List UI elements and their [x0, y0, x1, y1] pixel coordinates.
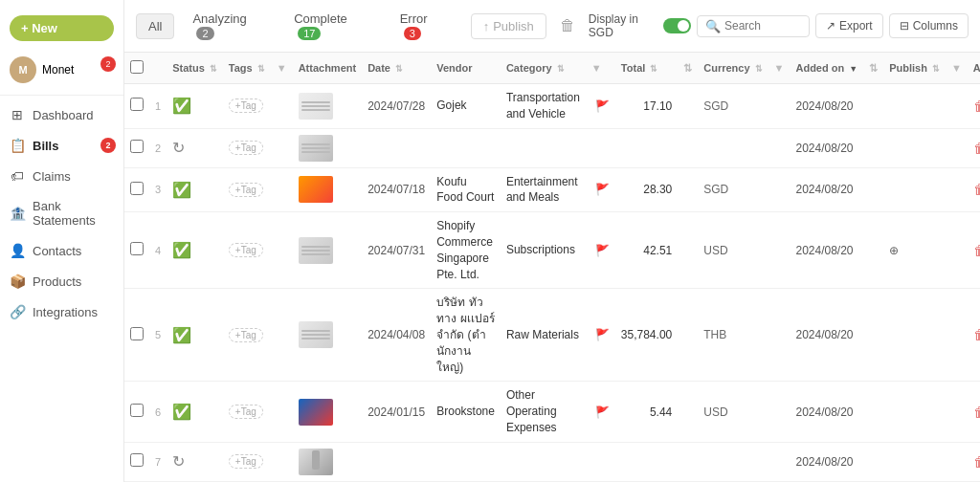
attachment-thumbnail[interactable]	[299, 135, 333, 162]
row-checkbox[interactable]	[130, 140, 144, 153]
row-checkbox[interactable]	[130, 182, 144, 195]
tab-all[interactable]: All	[136, 13, 174, 39]
search-box[interactable]: 🔍	[697, 15, 810, 37]
row-tag[interactable]: +Tag	[223, 442, 271, 481]
sidebar-divider	[0, 95, 123, 96]
tab-complete[interactable]: Complete 17	[281, 6, 382, 46]
category-flag-icon: 🚩	[595, 405, 610, 419]
col-header-publish[interactable]: Publish ⇅	[883, 53, 946, 84]
columns-icon: ⊟	[900, 19, 909, 33]
sidebar-item-bills[interactable]: 📋 Bills 2	[0, 130, 123, 161]
sidebar-item-dashboard[interactable]: ⊞ Dashboard	[0, 99, 123, 130]
bills-badge: 2	[100, 138, 116, 153]
table-row: 4 ✅ +Tag 2024/07/31 Shopify Commerce Sin…	[124, 212, 980, 289]
row-num: 4	[149, 212, 167, 289]
add-tag-button[interactable]: +Tag	[229, 141, 263, 155]
display-label: Display in SGD	[589, 12, 658, 39]
tab-analyzing[interactable]: Analyzing 2	[180, 6, 276, 46]
row-date: 2024/07/31	[362, 212, 431, 289]
row-checkbox[interactable]	[130, 327, 144, 340]
col-header-currency[interactable]: Currency ⇅	[698, 53, 768, 84]
status-spinner-icon: ↻	[172, 453, 185, 470]
tab-error[interactable]: Error 3	[388, 6, 459, 46]
col-header-tags[interactable]: Tags ⇅	[223, 53, 271, 84]
row-tag[interactable]: +Tag	[223, 167, 271, 212]
sgd-toggle[interactable]	[663, 18, 691, 33]
row-checkbox[interactable]	[130, 453, 144, 467]
select-all-checkbox[interactable]	[130, 60, 144, 74]
row-attachment[interactable]	[293, 212, 363, 289]
user-menu[interactable]: M Monet 2	[0, 49, 123, 91]
row-tag[interactable]: +Tag	[223, 382, 271, 442]
sidebar-label-claims: Claims	[33, 169, 71, 184]
delete-row-button[interactable]: 🗑	[973, 141, 980, 156]
delete-row-button[interactable]: 🗑	[973, 182, 980, 197]
attachment-thumbnail[interactable]	[299, 176, 333, 203]
row-currency	[698, 442, 768, 481]
sidebar-item-claims[interactable]: 🏷 Claims	[0, 161, 123, 191]
category-flag-icon: 🚩	[595, 244, 610, 257]
export-icon: ↗	[826, 19, 835, 33]
columns-button[interactable]: ⊟ Columns	[889, 13, 969, 38]
row-attachment[interactable]	[293, 167, 363, 212]
add-tag-button[interactable]: +Tag	[229, 405, 263, 419]
attachment-thumbnail[interactable]	[299, 321, 333, 348]
row-tag[interactable]: +Tag	[223, 289, 271, 382]
row-attachment[interactable]	[293, 289, 363, 382]
attachment-thumbnail[interactable]	[299, 237, 333, 264]
row-date: 2024/07/18	[362, 167, 431, 212]
search-input[interactable]	[724, 19, 801, 33]
col-header-publish-filter[interactable]: ▼	[946, 53, 968, 84]
row-checkbox[interactable]	[130, 404, 144, 417]
col-header-added-on[interactable]: Added on ▼	[790, 53, 863, 84]
row-tag[interactable]: +Tag	[223, 212, 271, 289]
col-header-total-sort[interactable]: ⇅	[678, 53, 698, 84]
delete-row-button[interactable]: 🗑	[973, 405, 980, 420]
add-tag-button[interactable]: +Tag	[229, 99, 263, 113]
attachment-thumbnail[interactable]	[299, 449, 333, 475]
row-vendor: Koufu Food Court	[431, 167, 501, 212]
table-row: 6 ✅ +Tag 2024/01/15 Brookstone Other Ope…	[124, 382, 980, 442]
add-tag-button[interactable]: +Tag	[229, 183, 263, 197]
col-header-total[interactable]: Total ⇅	[615, 53, 678, 84]
row-currency: USD	[698, 212, 768, 289]
row-vendor: Gojek	[431, 84, 501, 129]
col-header-category-filter[interactable]: ▼	[586, 53, 615, 84]
row-attachment[interactable]	[293, 442, 363, 481]
add-tag-button[interactable]: +Tag	[229, 454, 263, 469]
sidebar-item-contacts[interactable]: 👤 Contacts	[0, 235, 123, 266]
add-tag-button[interactable]: +Tag	[229, 243, 263, 257]
delete-row-button[interactable]: 🗑	[973, 327, 980, 342]
export-button[interactable]: ↗ Export	[815, 13, 883, 38]
row-attachment[interactable]	[293, 128, 363, 167]
row-attachment[interactable]	[293, 382, 363, 442]
attachment-thumbnail[interactable]	[299, 93, 333, 120]
col-header-date[interactable]: Date ⇅	[362, 53, 431, 84]
sidebar-item-bank-statements[interactable]: 🏦 Bank Statements	[0, 191, 123, 235]
sidebar-item-integrations[interactable]: 🔗 Integrations	[0, 296, 123, 327]
sidebar-item-products[interactable]: 📦 Products	[0, 266, 123, 296]
row-category	[501, 442, 586, 481]
row-added-on: 2024/08/20	[790, 289, 863, 382]
delete-row-button[interactable]: 🗑	[973, 99, 980, 114]
row-attachment[interactable]	[293, 84, 363, 129]
delete-row-button[interactable]: 🗑	[973, 243, 980, 258]
delete-row-button[interactable]: 🗑	[973, 454, 980, 470]
col-header-added-sort[interactable]: ⇅	[863, 53, 883, 84]
error-badge: 3	[404, 27, 421, 40]
row-checkbox[interactable]	[130, 242, 144, 255]
attachment-thumbnail[interactable]	[299, 399, 333, 426]
col-header-attachment-filter[interactable]: ▼	[271, 53, 293, 84]
row-added-on: 2024/08/20	[790, 442, 863, 481]
new-button[interactable]: + New	[10, 15, 114, 41]
row-tag[interactable]: +Tag	[223, 84, 271, 129]
row-tag[interactable]: +Tag	[223, 128, 271, 167]
col-header-currency-filter[interactable]: ▼	[768, 53, 791, 84]
add-tag-button[interactable]: +Tag	[229, 328, 263, 342]
sidebar-label-bills: Bills	[33, 139, 58, 153]
publish-button[interactable]: ↑ Publish	[471, 13, 546, 39]
row-checkbox[interactable]	[130, 98, 144, 111]
col-header-category[interactable]: Category ⇅	[501, 53, 586, 84]
col-header-status[interactable]: Status ⇅	[167, 53, 223, 84]
topbar-delete-button[interactable]: 🗑	[552, 13, 583, 38]
